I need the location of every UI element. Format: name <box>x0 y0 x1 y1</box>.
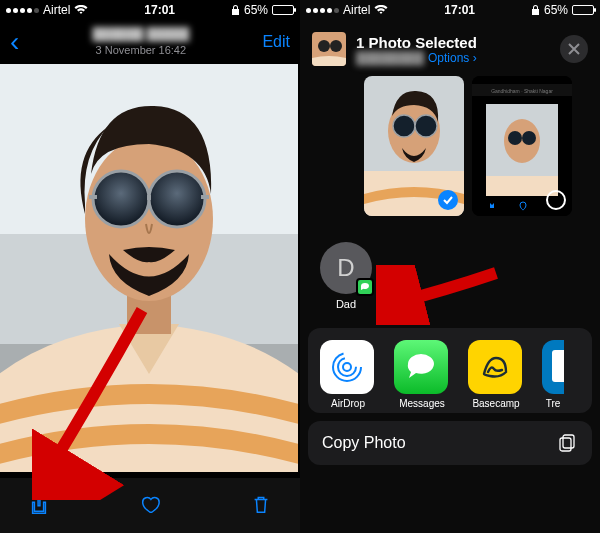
app-basecamp[interactable]: Basecamp <box>468 340 524 409</box>
check-icon <box>438 190 458 210</box>
messages-badge-icon <box>356 278 374 296</box>
carrier-label: Airtel <box>43 3 70 17</box>
edit-button[interactable]: Edit <box>262 33 290 51</box>
svg-rect-8 <box>89 195 97 199</box>
favorite-button[interactable] <box>139 492 161 519</box>
app-label: Basecamp <box>468 398 524 409</box>
messages-icon <box>394 340 448 394</box>
share-sheet-title: 1 Photo Selected <box>356 34 550 51</box>
share-thumb-2[interactable]: Gandhidham · Shakti Nagar <box>472 76 572 216</box>
delete-button[interactable] <box>250 492 272 519</box>
lock-icon <box>531 4 540 16</box>
share-contacts-row: D Dad <box>300 230 600 316</box>
svg-rect-9 <box>201 195 209 199</box>
app-messages[interactable]: Messages <box>394 340 450 409</box>
svg-text:Gandhidham · Shakti Nagar: Gandhidham · Shakti Nagar <box>491 88 553 94</box>
app-label: AirDrop <box>320 398 376 409</box>
svg-point-6 <box>149 171 205 227</box>
share-sheet-subtitle-redacted: ████████ <box>356 51 424 65</box>
wifi-icon <box>374 5 388 15</box>
left-phone-photos-app: Airtel 17:01 65% ‹ ██████ █████ 3 Novemb… <box>0 0 300 533</box>
trello-icon <box>542 340 564 394</box>
svg-point-12 <box>330 40 342 52</box>
battery-icon <box>572 5 594 15</box>
carrier-label: Airtel <box>343 3 370 17</box>
svg-point-23 <box>508 131 522 145</box>
share-thumb-1[interactable] <box>364 76 464 216</box>
copy-icon <box>558 433 578 453</box>
unselected-circle-icon <box>546 190 566 210</box>
share-thumbnail-row[interactable]: Gandhidham · Shakti Nagar <box>300 76 600 230</box>
lock-icon <box>231 4 240 16</box>
status-bar: Airtel 17:01 65% <box>300 0 600 20</box>
svg-point-11 <box>318 40 330 52</box>
close-button[interactable] <box>560 35 588 63</box>
app-airdrop[interactable]: AirDrop <box>320 340 376 409</box>
battery-pct: 65% <box>244 3 268 17</box>
svg-rect-29 <box>552 350 564 382</box>
svg-point-5 <box>93 171 149 227</box>
app-trello[interactable]: Tre <box>542 340 564 409</box>
airdrop-icon <box>320 340 374 394</box>
header-thumbnail <box>312 32 346 66</box>
status-time: 17:01 <box>144 3 175 17</box>
contact-dad[interactable]: D Dad <box>318 242 374 310</box>
signal-icon <box>306 8 339 13</box>
photo-title-redacted: ██████ █████ <box>92 27 189 43</box>
close-icon <box>568 43 580 55</box>
app-label: Tre <box>542 398 564 409</box>
svg-point-27 <box>338 358 356 376</box>
svg-point-26 <box>343 363 351 371</box>
wifi-icon <box>74 5 88 15</box>
svg-rect-32 <box>560 438 571 451</box>
svg-rect-7 <box>147 195 151 200</box>
share-options-button[interactable]: Options › <box>428 51 477 65</box>
contact-name: Dad <box>318 298 374 310</box>
battery-pct: 65% <box>544 3 568 17</box>
signal-icon <box>6 8 39 13</box>
status-time: 17:01 <box>444 3 475 17</box>
heart-icon <box>139 492 161 516</box>
photo-viewer[interactable] <box>0 64 298 472</box>
action-label: Copy Photo <box>322 434 406 452</box>
action-copy-photo[interactable]: Copy Photo <box>308 421 592 465</box>
share-button[interactable] <box>28 492 50 519</box>
photo-date: 3 November 16:42 <box>96 44 187 56</box>
svg-point-16 <box>393 115 415 137</box>
svg-rect-31 <box>563 435 574 448</box>
share-sheet-header: 1 Photo Selected ████████ Options › <box>300 20 600 76</box>
battery-icon <box>272 5 294 15</box>
share-icon <box>28 492 50 516</box>
right-phone-share-sheet: Airtel 17:01 65% 1 Photo Selected ██████… <box>300 0 600 533</box>
share-apps-panel: AirDrop Messages Basecamp Tre <box>308 328 592 413</box>
basecamp-icon <box>468 340 522 394</box>
status-bar: Airtel 17:01 65% <box>0 0 300 20</box>
bottom-toolbar <box>0 478 300 533</box>
nav-bar: ‹ ██████ █████ 3 November 16:42 Edit <box>0 20 300 64</box>
svg-point-24 <box>522 131 536 145</box>
app-label: Messages <box>394 398 450 409</box>
svg-point-17 <box>415 115 437 137</box>
back-button[interactable]: ‹ <box>10 28 19 56</box>
trash-icon <box>250 492 272 516</box>
